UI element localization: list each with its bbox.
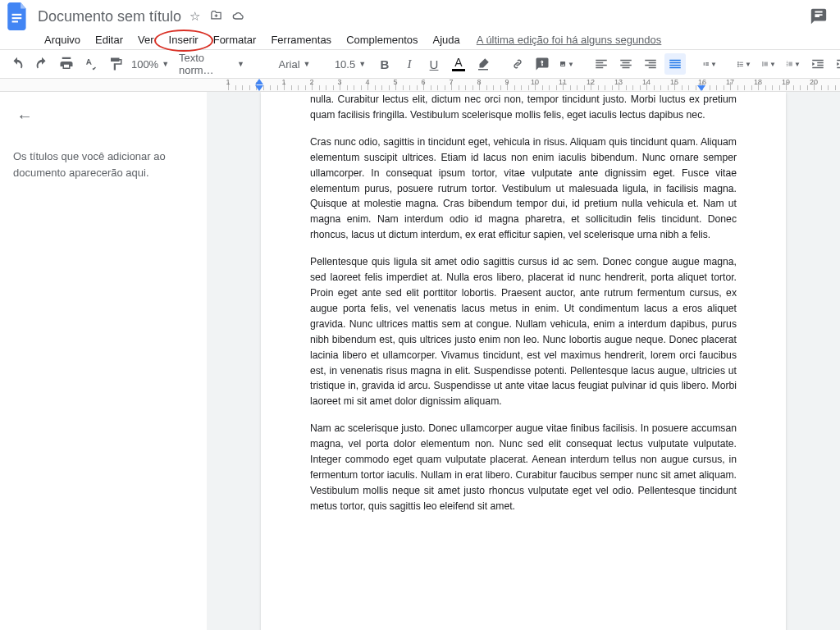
title-bar: Documento sem título ☆ xyxy=(0,0,840,30)
menu-view[interactable]: Ver xyxy=(131,32,161,48)
highlight-button[interactable] xyxy=(472,53,494,75)
font-select[interactable]: Arial▼ xyxy=(262,53,326,75)
undo-button[interactable] xyxy=(7,53,28,75)
open-comments-icon[interactable] xyxy=(804,7,833,25)
bold-button[interactable]: B xyxy=(374,53,395,75)
ruler[interactable]: 11234567891011121314151617181920 xyxy=(0,79,840,92)
svg-point-4 xyxy=(762,62,764,63)
document-canvas[interactable]: nulla. Curabitur lectus elit, dictum nec… xyxy=(207,92,840,630)
bulleted-list-button[interactable]: ▼ xyxy=(758,53,779,75)
text-color-button[interactable]: A xyxy=(448,53,469,75)
menu-help[interactable]: Ajuda xyxy=(427,32,467,48)
paragraph[interactable]: Cras nunc odio, sagittis in tincidunt eg… xyxy=(310,135,737,243)
svg-point-6 xyxy=(762,65,764,66)
italic-button[interactable]: I xyxy=(399,53,420,75)
outline-empty-message: Os títulos que você adicionar ao documen… xyxy=(13,148,194,180)
redo-button[interactable] xyxy=(31,53,52,75)
insert-image-button[interactable]: ▼ xyxy=(556,53,578,75)
print-button[interactable] xyxy=(56,53,77,75)
svg-rect-2 xyxy=(12,21,18,22)
underline-button[interactable]: U xyxy=(423,53,445,75)
menu-format[interactable]: Formatar xyxy=(207,32,263,48)
svg-rect-0 xyxy=(12,14,22,16)
move-icon[interactable] xyxy=(210,9,222,25)
paragraph[interactable]: nulla. Curabitur lectus elit, dictum nec… xyxy=(310,92,737,123)
insert-link-button[interactable] xyxy=(507,53,528,75)
checklist-button[interactable]: ▼ xyxy=(733,53,755,75)
document-title[interactable]: Documento sem título xyxy=(38,8,181,25)
menu-edit[interactable]: Editar xyxy=(89,32,130,48)
menu-tools[interactable]: Ferramentas xyxy=(264,32,338,48)
insert-comment-button[interactable]: + xyxy=(532,53,553,75)
svg-text:+: + xyxy=(540,59,544,66)
align-right-button[interactable] xyxy=(640,53,661,75)
increase-indent-button[interactable] xyxy=(832,53,840,75)
docs-logo-icon[interactable] xyxy=(7,2,30,31)
align-left-button[interactable] xyxy=(591,53,612,75)
align-center-button[interactable] xyxy=(615,53,637,75)
svg-point-5 xyxy=(762,63,764,65)
outline-pane: ← Os títulos que você adicionar ao docum… xyxy=(0,92,207,630)
last-edit-link[interactable]: A última edição foi há alguns segundos xyxy=(477,34,662,46)
paint-format-button[interactable] xyxy=(105,53,126,75)
menu-insert[interactable]: Inserir xyxy=(162,32,205,48)
paragraph[interactable]: Pellentesque quis ligula sit amet odio s… xyxy=(310,254,737,409)
menu-bar: Arquivo Editar Ver Inserir Formatar Ferr… xyxy=(0,30,840,49)
line-spacing-button[interactable]: ▼ xyxy=(699,53,720,75)
paragraph[interactable]: Nam ac scelerisque justo. Donec ullamcor… xyxy=(310,421,737,514)
font-size-select[interactable]: 10.5▼ xyxy=(340,53,361,75)
spellcheck-button[interactable] xyxy=(80,53,102,75)
close-outline-button[interactable]: ← xyxy=(16,107,33,126)
align-justify-button[interactable] xyxy=(664,53,686,75)
toolbar: 100%▼ Texto norm…▼ Arial▼ 10.5▼ B I U A … xyxy=(0,49,840,79)
menu-file[interactable]: Arquivo xyxy=(38,32,87,48)
paragraph-style-select[interactable]: Texto norm…▼ xyxy=(174,53,249,75)
star-icon[interactable]: ☆ xyxy=(189,9,200,25)
cloud-status-icon[interactable] xyxy=(232,9,245,25)
numbered-list-button[interactable]: 123▼ xyxy=(783,53,804,75)
zoom-select[interactable]: 100%▼ xyxy=(139,53,161,75)
page[interactable]: nulla. Curabitur lectus elit, dictum nec… xyxy=(261,92,786,630)
menu-addons[interactable]: Complementos xyxy=(340,32,424,48)
decrease-indent-button[interactable] xyxy=(807,53,829,75)
svg-rect-1 xyxy=(12,17,22,19)
